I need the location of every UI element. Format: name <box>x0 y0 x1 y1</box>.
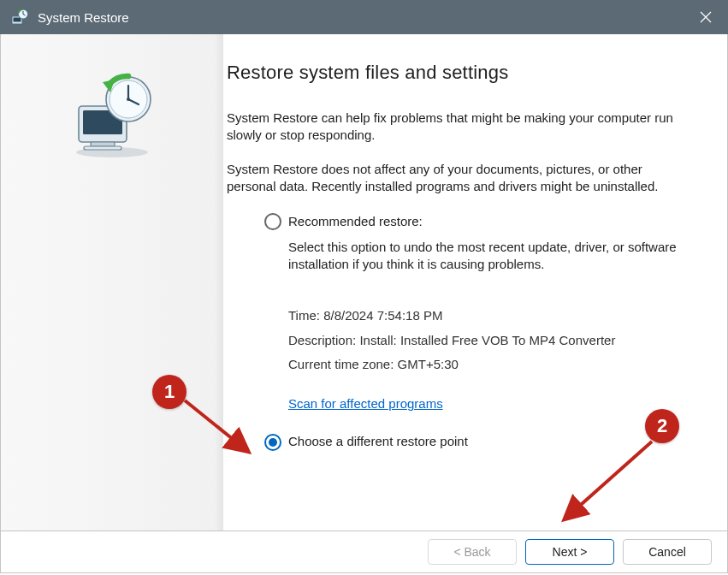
restore-timezone: Current time zone: GMT+5:30 <box>288 356 693 373</box>
restore-point-info: Time: 8/8/2024 7:54:18 PM Description: I… <box>288 307 693 373</box>
svg-line-14 <box>566 442 652 518</box>
restore-tz-label: Current time zone: <box>288 357 398 371</box>
recommended-restore-subtext: Select this option to undo the most rece… <box>288 239 693 274</box>
titlebar: System Restore <box>0 0 728 34</box>
restore-description: Description: Install: Installed Free VOB… <box>288 332 693 349</box>
restore-desc-value: Install: Installed Free VOB To MP4 Conve… <box>359 333 615 347</box>
svg-line-13 <box>185 400 246 450</box>
restore-desc-label: Description: <box>288 333 359 347</box>
close-button[interactable] <box>684 0 728 34</box>
window-title: System Restore <box>38 10 129 25</box>
svg-rect-1 <box>14 18 21 22</box>
restore-tz-value: GMT+5:30 <box>398 357 459 371</box>
radio-selected-icon <box>264 434 281 451</box>
page-heading: Restore system files and settings <box>227 60 693 86</box>
system-restore-hero-icon <box>65 68 159 163</box>
recommended-restore-option[interactable]: Recommended restore: <box>264 213 693 230</box>
system-restore-icon <box>10 8 29 27</box>
annotation-arrow-1 <box>180 395 257 462</box>
back-button: < Back <box>428 539 517 565</box>
scan-affected-programs-link[interactable]: Scan for affected programs <box>288 395 443 412</box>
svg-rect-8 <box>84 146 121 150</box>
intro-paragraph-1: System Restore can help fix problems tha… <box>227 110 693 145</box>
restore-time-value: 8/8/2024 7:54:18 PM <box>323 308 442 323</box>
restore-time: Time: 8/8/2024 7:54:18 PM <box>288 307 693 324</box>
intro-paragraph-2: System Restore does not affect any of yo… <box>227 161 693 196</box>
restore-time-label: Time: <box>288 308 323 323</box>
svg-rect-7 <box>91 142 115 146</box>
annotation-badge-2: 2 <box>645 409 679 443</box>
close-icon <box>700 11 712 23</box>
cancel-button[interactable]: Cancel <box>623 539 712 565</box>
choose-different-label: Choose a different restore point <box>288 433 468 450</box>
annotation-arrow-2 <box>551 436 662 526</box>
restore-options: Recommended restore: Select this option … <box>264 213 693 451</box>
svg-point-11 <box>127 98 130 101</box>
wizard-footer: < Back Next > Cancel <box>0 531 728 573</box>
recommended-restore-label: Recommended restore: <box>288 213 423 230</box>
annotation-badge-1: 1 <box>152 375 186 409</box>
next-button[interactable]: Next > <box>525 539 614 565</box>
radio-unselected-icon <box>264 213 281 230</box>
